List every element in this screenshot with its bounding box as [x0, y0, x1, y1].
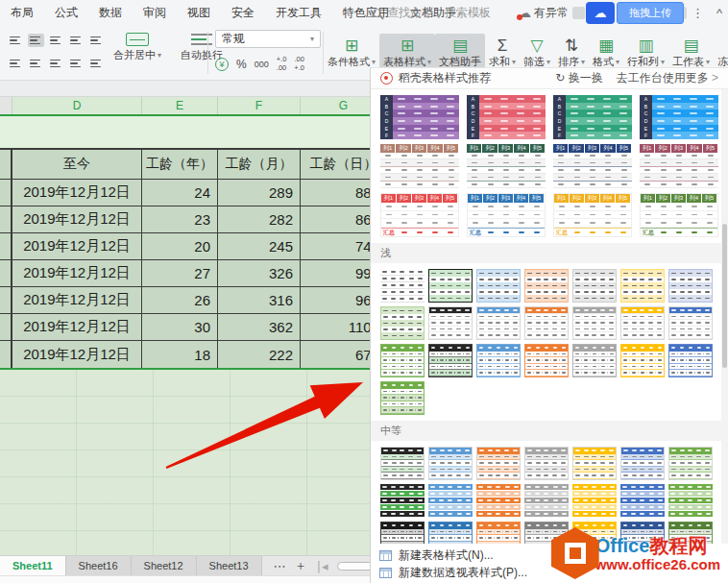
cell[interactable]: 2019年12月12日 — [12, 341, 142, 368]
panel-scrollbar[interactable] — [721, 89, 728, 583]
selected-empty-row[interactable] — [0, 116, 370, 148]
cell[interactable]: 316 — [218, 287, 301, 313]
table-style-thumbnail[interactable] — [572, 344, 617, 377]
table-style-thumbnail[interactable] — [572, 306, 617, 340]
header-cell[interactable]: 工龄（月） — [218, 150, 301, 179]
align-right-icon[interactable] — [48, 57, 64, 70]
recommended-style-thumbnail[interactable]: 列1列2列3列4列5汇总 — [553, 193, 632, 237]
table-row[interactable]: 2019年12月12日26316964 — [0, 287, 370, 314]
table-style-thumbnail[interactable] — [572, 269, 617, 303]
collapse-ribbon-icon[interactable]: ^ — [716, 6, 722, 20]
more-styles-link[interactable]: 去工作台使用更多 > — [617, 70, 718, 86]
table-style-thumbnail[interactable] — [668, 447, 713, 480]
cell[interactable]: 2019年12月12日 — [12, 180, 142, 206]
sheet-tab-sheet16[interactable]: Sheet16 — [66, 556, 132, 575]
table-style-thumbnail[interactable] — [524, 269, 569, 303]
sum-button[interactable]: Σ求和▾ — [485, 34, 520, 71]
cell[interactable]: 678 — [301, 341, 370, 368]
scrollbar-thumb[interactable] — [722, 224, 727, 368]
cell[interactable]: 27 — [142, 260, 218, 286]
cell[interactable]: 861 — [301, 206, 370, 232]
number-format-select[interactable]: 常规 ▾ — [215, 30, 321, 48]
recommended-style-thumbnail[interactable]: 列1列2列3列4列5 — [467, 144, 546, 188]
menu-tab[interactable]: 公式 — [44, 5, 88, 21]
table-style-thumbnail[interactable] — [668, 306, 713, 340]
cell[interactable]: 326 — [218, 260, 301, 286]
sheet-tab-sheet12[interactable]: Sheet12 — [132, 556, 197, 575]
cell[interactable]: 26 — [142, 287, 218, 313]
cell[interactable]: 1104 — [301, 314, 370, 340]
menu-tab[interactable]: 布局 — [0, 5, 44, 21]
table-style-thumbnail[interactable] — [380, 306, 425, 340]
menu-tab[interactable]: 数据 — [88, 5, 133, 21]
menu-tab[interactable]: 审阅 — [133, 5, 177, 21]
table-style-thumbnail[interactable] — [620, 269, 665, 303]
cell[interactable] — [0, 314, 12, 340]
table-style-thumbnail[interactable] — [572, 484, 617, 518]
currency-icon[interactable]: ¥ — [215, 58, 229, 71]
more-icon[interactable]: ⋮ — [692, 6, 704, 20]
table-row[interactable]: 2019年12月12日23282861 — [0, 206, 370, 233]
table-style-thumbnail[interactable] — [380, 447, 425, 480]
merge-center-button[interactable]: 合并居中▾ — [113, 33, 161, 61]
cell[interactable]: 289 — [218, 180, 301, 206]
table-style-thumbnail[interactable] — [476, 484, 521, 518]
tab-scroll-left-icon[interactable]: ∣◂ — [316, 559, 328, 573]
table-style-thumbnail[interactable] — [668, 344, 713, 377]
cell[interactable]: 30 — [142, 314, 218, 340]
drag-upload-label[interactable]: 拖拽上传 — [617, 2, 684, 24]
column-header-f[interactable]: F — [218, 97, 301, 114]
justify-icon[interactable] — [68, 57, 85, 70]
cell[interactable] — [0, 287, 12, 313]
filter-button[interactable]: ▽筛选▾ — [520, 34, 554, 71]
recommended-style-thumbnail[interactable]: 列1列2列3列4列5汇总 — [380, 193, 459, 237]
table-style-thumbnail[interactable] — [668, 269, 713, 303]
recommended-style-thumbnail[interactable]: ABCDEF — [640, 95, 718, 139]
table-style-thumbnail[interactable] — [380, 381, 425, 415]
table-style-thumbnail[interactable] — [620, 484, 665, 518]
table-row[interactable]: 2019年12月12日303621104 — [0, 314, 370, 341]
recommended-style-thumbnail[interactable]: 列1列2列3列4列5 — [640, 144, 718, 188]
column-headers[interactable]: DEFG — [0, 97, 370, 116]
cell[interactable] — [0, 260, 12, 286]
thousands-separator-icon[interactable]: 000 — [255, 60, 269, 69]
column-header-g[interactable]: G — [301, 97, 370, 114]
table-row[interactable]: 2019年12月12日20245748 — [0, 233, 370, 260]
cell[interactable]: 222 — [218, 341, 301, 368]
cell[interactable]: 882 — [301, 180, 370, 206]
table-style-thumbnail[interactable] — [524, 344, 569, 377]
cell[interactable] — [0, 150, 12, 179]
cell[interactable]: 2019年12月12日 — [12, 233, 142, 259]
table-style-thumbnail[interactable] — [476, 447, 521, 480]
cell[interactable]: 24 — [142, 180, 218, 206]
table-style-thumbnail[interactable] — [428, 447, 473, 480]
cell[interactable]: 2019年12月12日 — [12, 206, 142, 232]
cell[interactable]: 964 — [301, 287, 370, 313]
table-style-thumbnail[interactable] — [380, 344, 425, 377]
table-style-thumbnail[interactable] — [428, 269, 473, 303]
freeze-panes-button[interactable]: ▦冻结窗格▾ — [714, 34, 728, 71]
align-left-icon[interactable] — [8, 57, 24, 70]
increase-indent-icon[interactable] — [88, 34, 105, 47]
column-header-d[interactable]: D — [12, 97, 142, 114]
table-style-thumbnail[interactable] — [428, 484, 473, 518]
recommended-style-thumbnail[interactable]: ABCDEF — [467, 95, 546, 139]
table-style-thumbnail[interactable] — [380, 484, 425, 518]
cell[interactable]: 18 — [142, 341, 218, 368]
increase-decimal-icon[interactable]: +.0 .00 — [277, 56, 287, 72]
table-row[interactable]: 2019年12月12日18222678 — [0, 341, 370, 368]
cell[interactable] — [0, 233, 12, 259]
worksheet-button[interactable]: ▤工作表▾ — [668, 34, 714, 71]
cell[interactable]: 2019年12月12日 — [12, 260, 142, 286]
more-tabs-icon[interactable]: ⋯ — [274, 559, 286, 573]
header-cell[interactable]: 工龄（日） — [301, 150, 370, 179]
cell[interactable] — [0, 341, 12, 368]
table-header-row[interactable]: 至今工龄（年）工龄（月）工龄（日） — [0, 150, 370, 180]
conditional-format-button[interactable]: ⊞条件格式▾ — [324, 34, 379, 71]
table-style-thumbnail[interactable] — [524, 484, 569, 518]
column-header-e[interactable]: E — [142, 97, 218, 114]
cell[interactable]: 20 — [142, 233, 218, 259]
table-style-thumbnail[interactable] — [524, 306, 569, 340]
table-style-thumbnail[interactable] — [524, 447, 569, 480]
decrease-indent-icon[interactable] — [68, 34, 85, 47]
